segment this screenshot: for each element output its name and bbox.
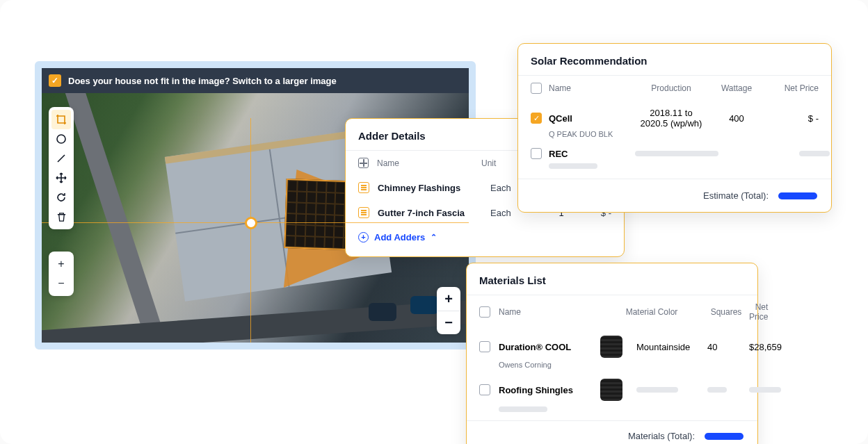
row-checkbox[interactable] [479, 384, 490, 395]
zoom-palette-left: + − [49, 252, 74, 296]
banner-label: Does your house not fit in the image? Sw… [68, 76, 337, 86]
solar-row[interactable]: REC [518, 141, 831, 179]
estimate-label: Estimate (Total): [703, 190, 769, 201]
col-net-price: Net Price [749, 302, 768, 322]
line-tool[interactable] [51, 149, 71, 168]
col-squares: Squares [707, 307, 745, 317]
col-net-price: Net Price [766, 83, 819, 93]
materials-list-card: Materials List Name Material Color Squar… [466, 263, 758, 444]
adder-name: Gutter 7-inch Fascia [378, 208, 482, 218]
material-sub: Owens Corning [499, 361, 596, 369]
material-squares: 40 [707, 342, 745, 352]
solar-sub: Q PEAK DUO BLK [549, 130, 632, 138]
row-checkbox[interactable] [531, 148, 542, 159]
solar-name: REC [549, 149, 632, 159]
crosshair-vertical [250, 118, 251, 343]
col-production: Production [635, 83, 707, 93]
material-name: Duration® COOL [499, 342, 596, 352]
estimate-total [778, 192, 817, 199]
add-adders-button[interactable]: + Add Adders ⌃ [346, 225, 624, 249]
color-swatch[interactable] [600, 336, 622, 358]
materials-title: Materials List [467, 263, 757, 295]
adder-name: Chimney Flashings [378, 183, 482, 193]
col-name: Name [377, 158, 481, 168]
solar-net: $ - [766, 113, 819, 124]
material-name: Roofing Shingles [499, 385, 596, 395]
map-banner[interactable]: ✓ Does your house not fit in the image? … [42, 68, 469, 93]
note-icon [358, 207, 369, 218]
circle-tool[interactable] [51, 129, 71, 149]
solar-wattage: 400 [710, 113, 763, 124]
row-checkbox[interactable] [479, 341, 490, 352]
solar-production: 2018.11 to 2020.5 (wp/wh) [635, 108, 707, 129]
zoom-out-left[interactable]: − [51, 274, 71, 293]
note-icon [358, 182, 369, 193]
col-unit: Unit [481, 158, 523, 168]
color-swatch[interactable] [600, 379, 622, 401]
zoom-in-left[interactable]: + [51, 254, 71, 274]
rotate-tool[interactable] [51, 188, 71, 207]
svg-line-1 [58, 155, 65, 162]
zoom-in-button[interactable]: + [437, 287, 460, 311]
zoom-out-button[interactable]: − [437, 311, 460, 334]
banner-checkbox[interactable]: ✓ [49, 74, 61, 87]
solar-recommendation-card: Solar Recommendation Name Production Wat… [517, 43, 832, 213]
materials-row[interactable]: Roofing Shingles [467, 372, 757, 420]
col-name: Name [549, 83, 632, 93]
material-net: $28,659 [749, 342, 782, 352]
add-icon[interactable] [358, 158, 369, 168]
crosshair-center[interactable] [245, 217, 257, 229]
col-color: Material Color [600, 307, 703, 317]
materials-total [705, 433, 744, 440]
solar-name: QCell [549, 113, 632, 124]
solar-row[interactable]: ✓ QCell 2018.11 to 2020.5 (wp/wh) 400 $ … [518, 101, 831, 141]
zoom-control: + − [437, 287, 460, 334]
col-name: Name [499, 307, 596, 317]
plus-circle-icon: + [358, 232, 369, 242]
col-wattage: Wattage [710, 83, 763, 93]
material-color: Mountainside [636, 342, 703, 352]
move-tool[interactable] [51, 168, 71, 188]
select-all-checkbox[interactable] [531, 83, 542, 94]
row-checkbox[interactable]: ✓ [531, 113, 542, 124]
crop-tool[interactable] [51, 110, 71, 129]
delete-tool[interactable] [51, 207, 71, 227]
tool-palette [49, 107, 74, 229]
svg-point-0 [57, 135, 65, 143]
materials-total-label: Materials (Total): [628, 431, 695, 441]
select-all-checkbox[interactable] [479, 306, 490, 318]
chevron-up-icon: ⌃ [431, 233, 437, 242]
solar-title: Solar Recommendation [518, 44, 831, 75]
materials-row[interactable]: Duration® COOL Mountainside 40 $28,659 O… [467, 329, 757, 372]
